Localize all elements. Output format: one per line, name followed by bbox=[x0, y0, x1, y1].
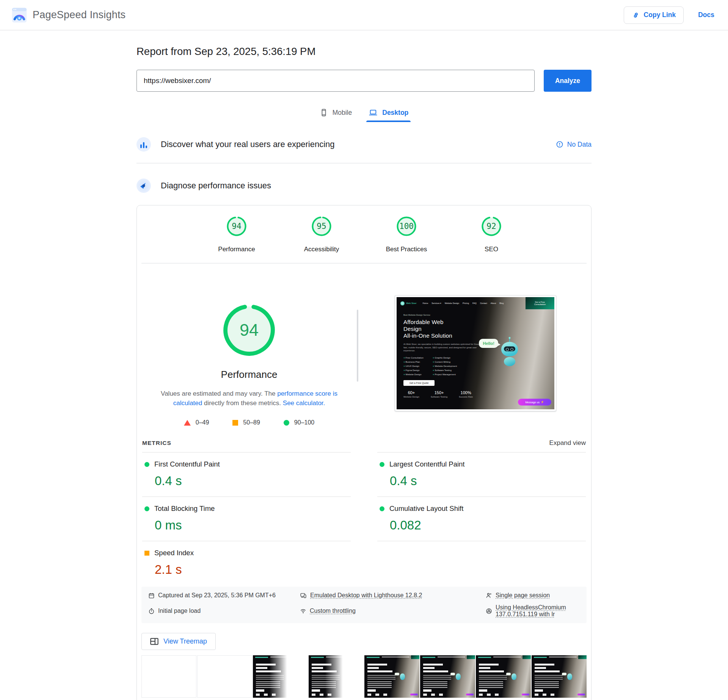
capture-load-type: Initial page load bbox=[148, 604, 300, 618]
score-best-practices[interactable]: 100 Best Practices bbox=[382, 215, 431, 253]
preview-nav-item: Website Design bbox=[445, 302, 459, 304]
preview-headline: Affordable Web Design All-in-One Solutio… bbox=[403, 319, 485, 339]
lab-report-card: 94 Performance 95 Accessibility bbox=[136, 205, 592, 700]
metric-value: 0 ms bbox=[155, 518, 351, 532]
score-value: 100 bbox=[395, 215, 417, 237]
session-icon bbox=[486, 592, 492, 599]
filmstrip-frame[interactable] bbox=[364, 655, 419, 698]
preview-stats: 60+Website Design 150+Software Testing 1… bbox=[403, 390, 485, 398]
view-treemap-button[interactable]: View Treemap bbox=[141, 633, 216, 650]
legend-range: 90–100 bbox=[294, 419, 314, 426]
legend-pass: 90–100 bbox=[284, 419, 314, 426]
preview-nav-item: About bbox=[491, 302, 496, 304]
device-tabs: Mobile Desktop bbox=[136, 108, 592, 122]
preview-nav-links: Home Services ▾ Website Design Pricing F… bbox=[423, 302, 504, 304]
metric-value: 0.4 s bbox=[390, 474, 586, 488]
diagnose-section-header: Diagnose performance issues bbox=[136, 179, 592, 193]
metric-empty-cell bbox=[377, 541, 586, 585]
preview-paragraph: At Web Sixer, we specialize in building … bbox=[403, 343, 485, 352]
metric-name: First Contentful Paint bbox=[154, 460, 220, 468]
preview-nav-item: Home bbox=[423, 302, 428, 304]
metric-name: Cumulative Layout Shift bbox=[389, 504, 463, 513]
capture-label[interactable]: Single page session bbox=[496, 592, 550, 599]
preview-nav-item: Services ▾ bbox=[431, 302, 441, 304]
info-icon bbox=[556, 141, 563, 148]
docs-link[interactable]: Docs bbox=[698, 11, 714, 19]
analyze-button[interactable]: Analyze bbox=[544, 70, 592, 92]
preview-tagline: Best Website Design Service bbox=[403, 314, 485, 316]
chromium-icon bbox=[486, 608, 492, 614]
average-square-icon bbox=[232, 420, 238, 426]
capture-label[interactable]: Using HeadlessChromium 137.0.7151.119 wi… bbox=[496, 604, 580, 618]
score-seo[interactable]: 92 SEO bbox=[467, 215, 516, 253]
url-input[interactable] bbox=[136, 70, 535, 92]
tab-mobile[interactable]: Mobile bbox=[320, 108, 352, 122]
preview-quote-button: Get a Free Quote bbox=[403, 380, 435, 386]
filmstrip-frame[interactable] bbox=[420, 655, 475, 698]
capture-browser: Using HeadlessChromium 137.0.7151.119 wi… bbox=[486, 604, 580, 618]
copy-link-label: Copy Link bbox=[644, 11, 676, 19]
no-data-indicator[interactable]: No Data bbox=[556, 141, 592, 149]
filmstrip-frame[interactable] bbox=[532, 655, 587, 698]
capture-session: Single page session bbox=[486, 592, 580, 599]
metric-value: 2.1 s bbox=[155, 562, 351, 577]
gauge-value: 94 bbox=[222, 303, 276, 357]
good-dot-icon bbox=[144, 462, 149, 467]
preview-hero: Best Website Design Service Affordable W… bbox=[403, 314, 485, 398]
desktop-icon bbox=[369, 108, 378, 117]
preview-nav-item: Blog bbox=[499, 302, 504, 304]
tab-mobile-label: Mobile bbox=[333, 109, 352, 117]
score-label: Best Practices bbox=[386, 246, 427, 253]
capture-info-bar: Captured at Sep 23, 2025, 5:36 PM GMT+6 … bbox=[141, 587, 587, 623]
copy-link-button[interactable]: Copy Link bbox=[624, 6, 684, 24]
score-label: Performance bbox=[218, 246, 255, 253]
filmstrip-frame[interactable] bbox=[476, 655, 531, 698]
final-screenshot: Web Sixer Home Services ▾ Website Design… bbox=[395, 295, 556, 411]
filmstrip-frame[interactable] bbox=[141, 655, 196, 698]
score-accessibility[interactable]: 95 Accessibility bbox=[297, 215, 346, 253]
filmstrip bbox=[141, 655, 587, 698]
preview-panel: Web Sixer Home Services ▾ Website Design… bbox=[358, 263, 587, 433]
filmstrip-frame[interactable] bbox=[309, 655, 364, 698]
metric-cls: Cumulative Layout Shift 0.082 bbox=[377, 496, 586, 541]
metric-lcp: Largest Contentful Paint 0.4 s bbox=[377, 452, 586, 496]
tab-desktop[interactable]: Desktop bbox=[369, 108, 408, 122]
score-value: 95 bbox=[311, 215, 333, 237]
preview-cta-button: Get a Free Consultation bbox=[526, 297, 554, 309]
capture-device: Emulated Desktop with Lighthouse 12.8.2 bbox=[300, 592, 486, 599]
metric-value: 0.082 bbox=[390, 518, 586, 532]
legend-fail: 0–49 bbox=[184, 419, 209, 426]
preview-services: Free Consultation Business Plan UI/UX De… bbox=[403, 356, 485, 377]
score-label: Accessibility bbox=[304, 246, 339, 253]
metric-fcp: First Contentful Paint 0.4 s bbox=[142, 452, 351, 496]
category-scores-row: 94 Performance 95 Accessibility bbox=[141, 214, 587, 253]
metrics-header: METRICS Expand view bbox=[141, 439, 587, 447]
good-dot-icon bbox=[380, 506, 384, 511]
legend-average: 50–89 bbox=[232, 419, 260, 426]
average-square-icon bbox=[144, 551, 149, 556]
metric-name: Total Blocking Time bbox=[154, 504, 215, 513]
filmstrip-frame[interactable] bbox=[197, 655, 252, 698]
metric-name: Largest Contentful Paint bbox=[389, 460, 465, 468]
filmstrip-frame[interactable] bbox=[253, 655, 308, 698]
gauge-panel: 94 Performance Values are estimated and … bbox=[141, 263, 357, 433]
link-icon bbox=[632, 11, 640, 19]
expand-view-link[interactable]: Expand view bbox=[549, 439, 586, 447]
site-preview: Web Sixer Home Services ▾ Website Design… bbox=[397, 297, 554, 409]
field-data-title: Discover what your real users are experi… bbox=[161, 139, 335, 149]
score-performance[interactable]: 94 Performance bbox=[212, 215, 261, 253]
stopwatch-icon bbox=[148, 608, 155, 614]
preview-robot bbox=[501, 342, 518, 366]
see-calculator-link[interactable]: See calculator. bbox=[283, 399, 325, 407]
gauge-label: Performance bbox=[221, 369, 278, 381]
treemap-icon bbox=[150, 638, 158, 645]
capture-label[interactable]: Custom throttling bbox=[310, 608, 356, 614]
note-text: Values are estimated and may vary. The bbox=[161, 390, 277, 397]
performance-gauge: 94 bbox=[222, 303, 276, 357]
capture-date: Captured at Sep 23, 2025, 5:36 PM GMT+6 bbox=[148, 592, 300, 599]
field-data-section-header: Discover what your real users are experi… bbox=[136, 137, 592, 163]
throttling-icon bbox=[300, 608, 306, 614]
capture-label[interactable]: Emulated Desktop with Lighthouse 12.8.2 bbox=[310, 592, 422, 599]
preview-nav: Web Sixer Home Services ▾ Website Design… bbox=[397, 297, 554, 309]
metric-name: Speed Index bbox=[154, 549, 194, 557]
